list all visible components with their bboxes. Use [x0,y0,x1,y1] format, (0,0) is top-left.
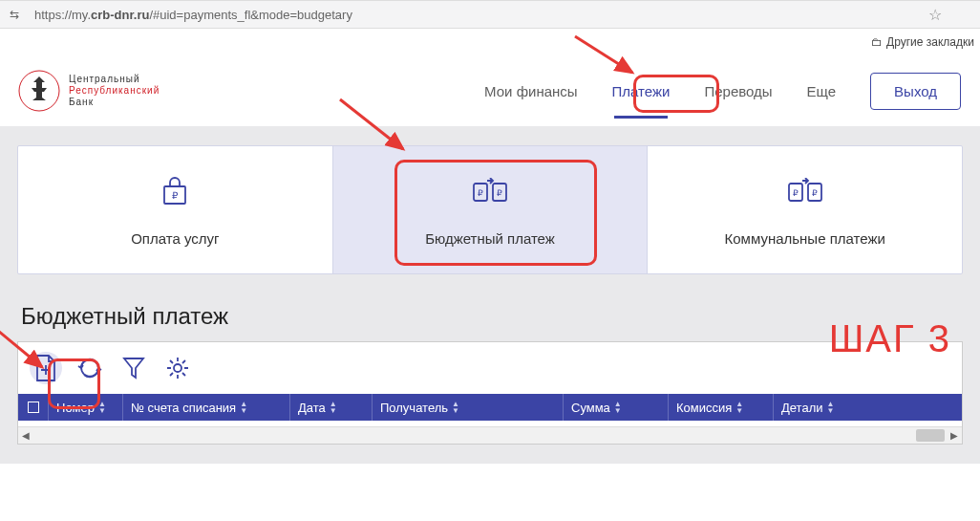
column-details[interactable]: Детали▲▼ [774,394,962,421]
utility-payment-icon: ₽₽ [657,175,952,209]
table-header: Номер▲▼ № счета списания▲▼ Дата▲▼ Получа… [18,394,962,421]
browser-url-bar: ⇆ https://my.crb-dnr.ru/#uid=payments_fl… [0,0,980,29]
tab-label: Коммунальные платежи [657,230,952,247]
column-date[interactable]: Дата▲▼ [290,394,373,421]
url-text[interactable]: https://my.crb-dnr.ru/#uid=payments_fl&m… [34,8,919,22]
payments-list-box: Номер▲▼ № счета списания▲▼ Дата▲▼ Получа… [17,341,963,445]
budget-payment-icon: ₽₽ [343,175,638,209]
svg-point-13 [174,364,181,372]
tab-label: Бюджетный платеж [343,230,638,247]
url-path: /#uid=payments_fl&mode=budgetary [149,8,352,22]
column-commission[interactable]: Комиссия▲▼ [669,394,774,421]
refresh-button[interactable] [74,352,106,384]
column-account[interactable]: № счета списания▲▼ [123,394,290,421]
column-amount[interactable]: Сумма▲▼ [564,394,669,421]
section-title: Бюджетный платеж [21,303,963,330]
url-domain: crb-dnr.ru [91,8,149,22]
tab-utility-payments[interactable]: ₽₽ Коммунальные платежи [648,146,962,273]
main-nav: Мои финансы Платежи Переводы Еще Выход [467,73,961,110]
column-recipient[interactable]: Получатель▲▼ [373,394,564,421]
tab-label: Оплата услуг [28,230,323,247]
nav-item-more[interactable]: Еще [790,76,854,107]
settings-button[interactable] [161,352,194,384]
nav-item-transfers[interactable]: Переводы [687,76,789,107]
select-all-checkbox[interactable] [18,394,49,421]
svg-text:₽: ₽ [172,190,179,201]
logout-button[interactable]: Выход [870,73,961,110]
add-new-button[interactable] [30,352,62,384]
column-number[interactable]: Номер▲▼ [49,394,123,421]
bank-logo[interactable]: Центральный Республиканский Банк [17,69,160,113]
tab-budget-payment[interactable]: ₽₽ Бюджетный платеж [333,146,649,273]
scroll-left-icon[interactable]: ◀ [18,430,33,441]
folder-icon: 🗀 [871,35,883,49]
content-area: ₽ Оплата услуг ₽₽ Бюджетный платеж ₽₽ Ко… [0,126,980,464]
filter-button[interactable] [117,352,150,384]
svg-text:₽: ₽ [812,188,818,198]
bookmarks-bar: 🗀 Другие закладки [0,29,980,55]
logo-text: Центральный Республиканский Банк [69,74,160,108]
scroll-thumb[interactable] [916,429,945,442]
list-toolbar [18,342,962,394]
bag-icon: ₽ [28,175,323,209]
scroll-right-icon[interactable]: ▶ [947,430,962,441]
svg-text:₽: ₽ [793,188,799,198]
svg-text:₽: ₽ [497,188,502,198]
site-info-icon[interactable]: ⇆ [10,8,25,21]
payment-type-tabs: ₽ Оплата услуг ₽₽ Бюджетный платеж ₽₽ Ко… [17,145,963,274]
bookmark-star-icon[interactable]: ☆ [928,6,942,24]
other-bookmarks-label[interactable]: Другие закладки [886,35,974,49]
svg-text:₽: ₽ [478,188,483,198]
logo-emblem-icon [17,69,61,113]
nav-item-finances[interactable]: Мои финансы [467,76,594,107]
site-header: Центральный Республиканский Банк Мои фин… [0,55,980,126]
horizontal-scrollbar[interactable]: ◀ ▶ [18,426,962,444]
nav-item-payments[interactable]: Платежи [595,76,688,107]
tab-services[interactable]: ₽ Оплата услуг [18,146,333,273]
url-prefix: https://my. [34,8,91,22]
step-label: ШАГ 3 [829,317,951,360]
